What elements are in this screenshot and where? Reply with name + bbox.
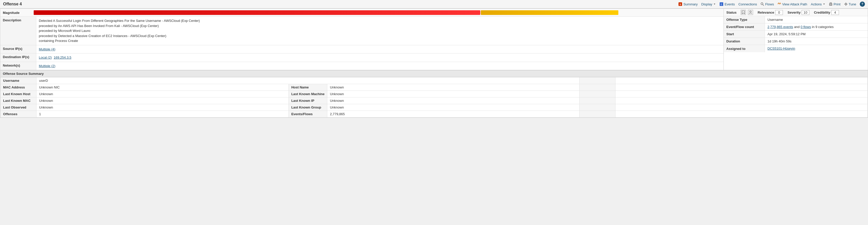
summary-table: Username userD MAC Address Unknown NIC H… — [0, 77, 868, 118]
table-row: MAC Address Unknown NIC Host Name Unknow… — [1, 84, 868, 91]
user-icon — [749, 10, 752, 14]
assigned-to-link[interactable]: DCS5101-Hüseyin — [768, 46, 795, 51]
severity-value: 10 — [802, 10, 809, 15]
offenses-value: 1 — [36, 111, 289, 118]
description-value: Detected A Successful Login From Differe… — [36, 17, 723, 45]
page-title: Offense 4 — [3, 2, 22, 6]
status-bookmark-btn[interactable] — [741, 10, 746, 15]
credibility-label: Credibility — [814, 10, 831, 14]
last-known-group-value: Unknown — [327, 104, 580, 111]
start-value: Apr 19, 2024, 5:59:12 PM — [765, 31, 868, 37]
last-known-host-label: Last Known Host — [1, 91, 36, 97]
description-row: Description Detected A Successful Login … — [0, 17, 723, 45]
svg-marker-16 — [742, 11, 745, 14]
display-dropdown-icon — [713, 3, 716, 5]
empty6-value — [616, 111, 868, 118]
username-value: userD — [36, 77, 580, 84]
last-known-ip-label: Last Known IP — [288, 97, 327, 104]
empty6-label — [580, 111, 616, 118]
last-observed-label: Last Observed — [1, 104, 36, 111]
table-row: Last Known MAC Unknown Last Known IP Unk… — [1, 97, 868, 104]
offenses-link[interactable]: 1 — [39, 112, 41, 116]
table-row: Last Observed Unknown Last Known Group U… — [1, 104, 868, 111]
display-nav[interactable]: Display — [702, 2, 716, 6]
credibility-value: 4 — [831, 10, 839, 15]
assigned-to-value: DCS5101-Hüseyin — [765, 45, 868, 52]
source-ip-label: Source IP(s) — [0, 45, 36, 54]
svg-point-11 — [845, 3, 847, 5]
magnitude-bar-red — [34, 10, 480, 15]
destination-ip-link2[interactable]: 169.254.3.5 — [54, 56, 71, 59]
source-summary-header: Offense Source Summary — [0, 70, 868, 77]
status-user-btn[interactable] — [748, 10, 753, 15]
print-nav[interactable]: Print — [829, 2, 840, 6]
right-section: Status Relevance 0 Sever — [724, 9, 868, 70]
networks-link[interactable]: Multiple (2) — [39, 64, 55, 68]
event-flow-label: Event/Flow count — [724, 23, 765, 30]
main-content: Magnitude Description Detected A Success… — [0, 8, 868, 118]
flows-link[interactable]: 0 flows — [801, 25, 811, 29]
flows-nav[interactable]: Flows — [761, 2, 774, 6]
empty4-value — [616, 97, 868, 104]
empty-value — [616, 77, 868, 84]
svg-marker-7 — [823, 4, 825, 5]
credibility-block: Credibility 4 — [814, 10, 839, 15]
networks-row: Network(s) Multiple (2) — [0, 62, 723, 70]
svg-rect-10 — [830, 4, 832, 5]
status-row: Status Relevance 0 Sever — [724, 9, 868, 16]
attack-path-icon — [777, 2, 781, 6]
duration-label: Duration — [724, 38, 765, 45]
last-known-host-value: Unknown — [36, 91, 289, 97]
event-flow-value: 2,779,865 events and 0 flows in 9 catego… — [765, 23, 868, 30]
events-nav[interactable]: E Events — [719, 2, 735, 6]
destination-ip-row: Destination IP(s) Local (2) 169.254.3.5 — [0, 54, 723, 62]
magnitude-label: Magnitude — [3, 11, 34, 15]
empty5-label — [580, 104, 616, 111]
last-known-ip-value: Unknown — [327, 97, 580, 104]
destination-ip-label: Destination IP(s) — [0, 54, 36, 62]
table-row: Username userD — [1, 77, 868, 84]
empty2-label — [580, 84, 616, 91]
last-observed-value: Unknown — [36, 104, 289, 111]
actions-dropdown-icon — [823, 3, 825, 5]
empty3-label — [580, 91, 616, 97]
offense-type-label: Offense Type — [724, 16, 765, 23]
connections-nav[interactable]: Connections — [738, 2, 757, 6]
destination-ip-value: Local (2) 169.254.3.5 — [36, 54, 723, 62]
help-icon[interactable]: ? — [860, 2, 865, 7]
magnitude-row: Magnitude — [0, 9, 723, 17]
empty2-value — [616, 84, 868, 91]
destination-ip-link[interactable]: Local (2) — [39, 56, 52, 59]
print-icon — [829, 2, 833, 6]
last-known-group-label: Last Known Group — [288, 104, 327, 111]
attack-path-nav[interactable]: View Attack Path — [777, 2, 807, 6]
table-row: Offenses 1 Events/Flows 2,779,865 — [1, 111, 868, 118]
duration-value: 1d 19h 40m 59s — [765, 38, 868, 45]
host-name-value: Unknown — [327, 84, 580, 91]
svg-line-6 — [763, 5, 764, 6]
magnitude-bar-yellow — [481, 10, 618, 15]
host-name-label: Host Name — [288, 84, 327, 91]
offense-type-row: Offense Type Username — [724, 16, 868, 23]
empty-label — [580, 77, 616, 84]
header-actions: S Summary Display E Events Connections — [678, 2, 865, 7]
relevance-value: 0 — [775, 10, 783, 15]
summary-icon: S — [678, 2, 682, 6]
summary-nav[interactable]: S Summary — [678, 2, 698, 6]
status-label: Status — [726, 10, 737, 14]
tune-icon — [844, 2, 848, 6]
last-known-mac-value: Unknown — [36, 97, 289, 104]
source-ip-value: Multiple (4) — [36, 45, 723, 54]
description-label: Description — [0, 17, 36, 45]
start-label: Start — [724, 31, 765, 37]
source-ip-link[interactable]: Multiple (4) — [39, 47, 55, 51]
svg-text:E: E — [721, 3, 722, 6]
tune-nav[interactable]: Tune — [844, 2, 856, 6]
mac-value: Unknown NIC — [36, 84, 289, 91]
magnitude-bar — [34, 10, 721, 15]
duration-row: Duration 1d 19h 40m 59s — [724, 38, 868, 45]
actions-nav[interactable]: Actions — [811, 2, 825, 6]
offenses-label: Offenses — [1, 111, 36, 118]
events-link[interactable]: 2,779,865 events — [768, 25, 793, 29]
empty5-value — [616, 104, 868, 111]
